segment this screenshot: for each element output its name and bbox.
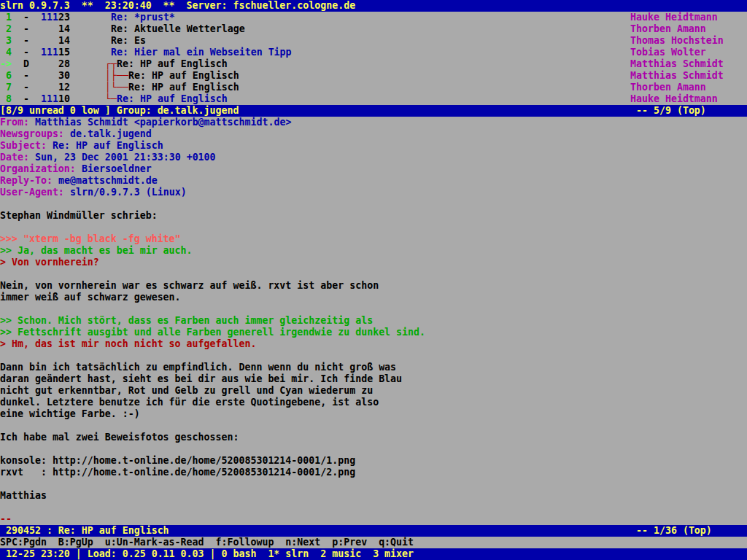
article-author: Thorben Amann (630, 23, 706, 35)
article-list: 1 - 111 23 Re: *prust* Hauke Heidtmann 2… (0, 12, 747, 105)
article-score: 111 (41, 12, 58, 23)
article-subject: Re: HP auf Englisch (117, 93, 228, 105)
body-line: Ich habe mal zwei Beweisfotos geschossen… (0, 432, 747, 443)
article-row[interactable]: 4 - 111 15 Re: Hier mal ein Webseiten Ti… (0, 47, 747, 58)
reply-count: 12 (58, 82, 70, 93)
thread-tree-icon: └─ (105, 93, 117, 105)
article-author: Tobias Wolter (630, 47, 706, 58)
help-bar: SPC:Pgdn B:PgUp u:Un-Mark-as-Read f:Foll… (0, 537, 747, 548)
body-line: Dann bin ich tatsächlich zu empfindlich.… (0, 362, 747, 373)
article-number: 8 (6, 93, 12, 105)
article-header-block: From: Matthias Schmidt <papierkorb@matts… (0, 117, 747, 198)
header-value: de.talk.jugend (70, 128, 152, 140)
article-subject: Re: HP auf Englisch (128, 70, 239, 82)
article-subject: Re: HP auf Englisch (128, 82, 239, 93)
article-flag: - (23, 47, 29, 58)
article-flag: D (23, 58, 29, 70)
reply-count: 10 (58, 93, 70, 105)
article-author: Thorben Amann (630, 82, 706, 93)
article-position-status: -- 1/36 (Top) (636, 525, 712, 537)
body-line: eine wichtige Farbe. :-) (0, 408, 747, 420)
article-row[interactable]: 3 - 14 Re: Es Thomas Hochstein (0, 35, 747, 47)
reply-count: 15 (58, 47, 70, 58)
body-line-signoff: Matthias (0, 490, 747, 502)
article-body: Stephan Windmüller schrieb: >>> "xterm -… (0, 210, 747, 525)
current-article-arrow: -> (0, 58, 12, 70)
article-flag: - (23, 35, 29, 47)
body-line: dunkel. Letztere benutze ich für die ers… (0, 397, 747, 408)
thread-tree-icon: │└── (105, 82, 128, 93)
header-label: User-Agent: (0, 187, 64, 198)
header-line-reply-to: Reply-To: me@mattschmidt.de (0, 175, 747, 187)
header-line-organization: Organization: Biersoeldner (0, 163, 747, 175)
header-label: Reply-To: (0, 175, 53, 187)
header-value: slrn/0.9.7.3 (Linux) (70, 187, 187, 198)
article-author: Thomas Hochstein (630, 35, 724, 47)
article-author: Hauke Heidtmann (630, 93, 718, 105)
system-status-text: 12-25 23:20 | Load: 0.25 0.11 0.03 | 0 b… (0, 548, 414, 560)
header-line-subject: Subject: Re: HP auf Englisch (0, 140, 747, 152)
header-line-newsgroups: Newsgroups: de.talk.jugend (0, 128, 747, 140)
quote-level-2-line: >> Schon. Mich stört, dass es Farben auc… (0, 315, 747, 327)
slrn-terminal[interactable]: slrn 0.9.7.3 ** 23:20:40 ** Server: fsch… (0, 0, 747, 560)
title-bar-text: slrn 0.9.7.3 ** 23:20:40 ** Server: fsch… (0, 0, 355, 12)
body-line-url: konsole: http://home.t-online.de/home/52… (0, 455, 747, 467)
quote-level-2-line: >> Ja, das macht es bei mir auch. (0, 245, 747, 257)
article-flag: - (23, 70, 29, 82)
article-subject: Re: Aktuelle Wetterlage (111, 23, 245, 35)
article-row[interactable]: 7 - 12 │└── Re: HP auf Englisch Thorben … (0, 82, 747, 93)
header-value: Re: HP auf Englisch (53, 140, 163, 152)
reply-count: 14 (58, 35, 70, 47)
article-flag: - (23, 12, 29, 23)
article-author: Matthias Schmidt (630, 70, 724, 82)
article-number: 7 (6, 82, 12, 93)
body-line: Stephan Windmüller schrieb: (0, 210, 747, 222)
header-value: Sun, 23 Dec 2001 21:33:30 +0100 (35, 152, 216, 163)
header-label: Date: (0, 152, 29, 163)
quote-level-1-line: > Hm, das ist mir noch nicht so aufgefal… (0, 338, 747, 350)
quote-level-1-line: > Von vornherein? (0, 257, 747, 268)
header-value: me@mattschmidt.de (58, 175, 158, 187)
article-status-bar: 290452 : Re: HP auf Englisch -- 1/36 (To… (0, 525, 747, 537)
article-subject: Re: *prust* (111, 12, 175, 23)
article-number: 6 (6, 70, 12, 82)
help-bar-text: SPC:Pgdn B:PgUp u:Un-Mark-as-Read f:Foll… (0, 537, 414, 548)
reply-count: 23 (58, 12, 70, 23)
article-row[interactable]: 8 - 111 10 └─ Re: HP auf Englisch Hauke … (0, 93, 747, 105)
article-row-current[interactable]: -> D 28 ┌┬ Re: HP auf Englisch Matthias … (0, 58, 747, 70)
article-score: 111 (41, 47, 58, 58)
article-subject: Re: Hier mal ein Webseiten Tipp (111, 47, 292, 58)
article-flag: - (23, 23, 29, 35)
thread-tree-icon: │├── (105, 70, 128, 82)
quote-level-2-line: >> Fettschrift ausgibt und alle Farben g… (0, 327, 747, 338)
signature-separator: -- (0, 513, 747, 525)
system-status-bar: 12-25 23:20 | Load: 0.25 0.11 0.03 | 0 b… (0, 548, 747, 560)
body-line: immer weiß auf schwarz gewesen. (0, 292, 747, 303)
article-number: 1 (6, 12, 12, 23)
article-row[interactable]: 1 - 111 23 Re: *prust* Hauke Heidtmann (0, 12, 747, 23)
reply-count: 28 (58, 58, 70, 70)
header-label: From: (0, 117, 29, 128)
header-line-user-agent: User-Agent: slrn/0.9.7.3 (Linux) (0, 187, 747, 198)
article-row[interactable]: 6 - 30 │├── Re: HP auf Englisch Matthias… (0, 70, 747, 82)
article-subject: Re: HP auf Englisch (117, 58, 228, 70)
title-bar: slrn 0.9.7.3 ** 23:20:40 ** Server: fsch… (0, 0, 747, 12)
header-line-date: Date: Sun, 23 Dec 2001 21:33:30 +0100 (0, 152, 747, 163)
article-number: 4 (6, 47, 12, 58)
article-flag: - (23, 82, 29, 93)
article-score: 111 (41, 93, 58, 105)
article-status-text: 290452 : Re: HP auf Englisch (0, 525, 169, 537)
article-subject: Re: Es (111, 35, 146, 47)
quote-level-3-line: >>> "xterm -bg black -fg white" (0, 233, 747, 245)
body-line: Nein, von vornherein war es schwarz auf … (0, 280, 747, 292)
body-line: daran geändert hast, sieht es bei dir au… (0, 373, 747, 385)
header-label: Subject: (0, 140, 47, 152)
header-line-from: From: Matthias Schmidt <papierkorb@matts… (0, 117, 747, 128)
header-label: Organization: (0, 163, 76, 175)
reply-count: 30 (58, 70, 70, 82)
article-row[interactable]: 2 - 14 Re: Aktuelle Wetterlage Thorben A… (0, 23, 747, 35)
reply-count: 14 (58, 23, 70, 35)
header-value: Biersoeldner (82, 163, 152, 175)
body-line: nicht gut erkenntbar, Rot und Gelb zu gr… (0, 385, 747, 397)
article-number: 2 (6, 23, 12, 35)
